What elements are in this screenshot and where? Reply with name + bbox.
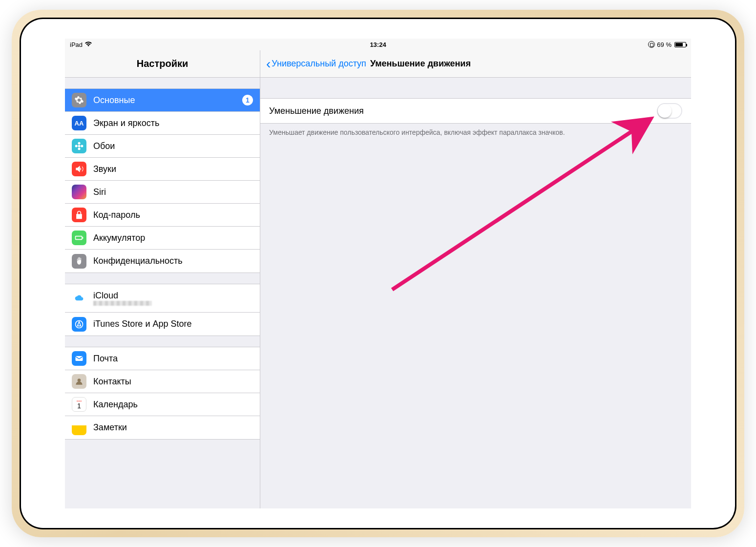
sidebar-item-passcode[interactable]: Код-пароль xyxy=(65,204,260,227)
screen-wrap: iPad 13:24 69 % Настройк xyxy=(21,19,735,528)
battery-icon xyxy=(72,231,86,245)
hand-icon xyxy=(72,254,86,269)
screen: iPad 13:24 69 % Настройк xyxy=(65,39,691,508)
status-time: 13:24 xyxy=(370,41,386,48)
device-label: iPad xyxy=(70,41,83,48)
text-size-icon: AA xyxy=(72,116,86,130)
sidebar-item-label: Обои xyxy=(93,141,253,151)
reduce-motion-row[interactable]: Уменьшение движения xyxy=(260,99,691,123)
sidebar-item-label: Календарь xyxy=(93,400,253,410)
sidebar-item-label: Экран и яркость xyxy=(93,118,253,128)
sidebar-item-icloud[interactable]: iCloud xyxy=(65,284,260,313)
sidebar-item-battery[interactable]: Аккумулятор xyxy=(65,227,260,250)
icloud-account-blurred xyxy=(93,301,152,306)
flower-icon xyxy=(72,139,86,153)
sidebar-item-label: Siri xyxy=(93,187,253,197)
sidebar-item-label: Аккумулятор xyxy=(93,233,253,243)
section-footer: Уменьшает движение пользовательского инт… xyxy=(260,124,691,141)
back-button[interactable]: ‹ Универсальный доступ xyxy=(266,57,366,71)
mail-icon xyxy=(72,351,86,366)
battery-percent: 69 % xyxy=(657,41,672,48)
chevron-left-icon: ‹ xyxy=(266,57,271,71)
notification-badge: 1 xyxy=(242,95,253,105)
detail-pane: ‹ Универсальный доступ Уменьшение движен… xyxy=(260,50,691,508)
sidebar-item-label: Конфиденциальность xyxy=(93,256,253,266)
sidebar-title: Настройки xyxy=(65,50,260,78)
settings-sidebar[interactable]: Настройки Основные 1 AA xyxy=(65,50,260,508)
siri-icon xyxy=(72,185,86,199)
svg-point-9 xyxy=(78,379,81,382)
appstore-icon xyxy=(72,317,86,332)
sidebar-section-apps: Почта Контакты ••••• xyxy=(65,347,260,440)
svg-line-10 xyxy=(392,119,651,290)
ipad-frame: iPad 13:24 69 % Настройк xyxy=(12,10,744,537)
detail-header: ‹ Универсальный доступ Уменьшение движен… xyxy=(260,50,691,78)
reduce-motion-toggle[interactable] xyxy=(657,103,682,119)
sidebar-item-label: iTunes Store и App Store xyxy=(93,319,253,329)
notes-icon xyxy=(72,421,86,435)
sidebar-item-privacy[interactable]: Конфиденциальность xyxy=(65,250,260,273)
sidebar-item-calendar[interactable]: ••••• 1 Календарь xyxy=(65,393,260,416)
svg-rect-6 xyxy=(83,237,84,238)
sidebar-item-notes[interactable]: Заметки xyxy=(65,416,260,439)
sidebar-item-label: Основные xyxy=(93,95,242,105)
row-label: Уменьшение движения xyxy=(269,106,364,116)
sidebar-item-mail[interactable]: Почта xyxy=(65,347,260,370)
page-title: Уменьшение движения xyxy=(370,59,471,69)
svg-point-1 xyxy=(78,142,81,145)
sidebar-item-sounds[interactable]: Звуки xyxy=(65,158,260,181)
sidebar-item-appstore[interactable]: iTunes Store и App Store xyxy=(65,313,260,336)
calendar-icon: ••••• 1 xyxy=(72,397,86,412)
rotation-lock-icon xyxy=(648,41,655,48)
sidebar-item-label: Заметки xyxy=(93,422,253,433)
svg-point-3 xyxy=(75,145,78,147)
sidebar-item-label: Контакты xyxy=(93,377,253,387)
toggle-knob xyxy=(658,104,672,118)
svg-point-4 xyxy=(81,145,83,147)
lock-icon xyxy=(72,208,86,222)
device-inner: iPad 13:24 69 % Настройк xyxy=(20,18,736,529)
status-left: iPad xyxy=(70,41,92,48)
detail-section: Уменьшение движения xyxy=(260,98,691,124)
status-bar: iPad 13:24 69 % xyxy=(65,39,691,50)
status-right: 69 % xyxy=(648,41,686,48)
sidebar-item-siri[interactable]: Siri xyxy=(65,181,260,204)
sidebar-item-display[interactable]: AA Экран и яркость xyxy=(65,112,260,135)
sidebar-item-label: Звуки xyxy=(93,164,253,174)
sidebar-section-general: Основные 1 AA Экран и яркость xyxy=(65,88,260,273)
sidebar-item-label: iCloud xyxy=(93,291,152,301)
svg-rect-5 xyxy=(76,236,82,240)
contacts-icon xyxy=(72,374,86,389)
svg-point-2 xyxy=(78,147,81,150)
sidebar-item-contacts[interactable]: Контакты xyxy=(65,370,260,393)
sidebar-section-account: iCloud iTunes Store и App Store xyxy=(65,284,260,336)
sidebar-item-general[interactable]: Основные 1 xyxy=(65,89,260,112)
wifi-icon xyxy=(84,41,92,48)
cloud-icon xyxy=(72,291,86,306)
speaker-icon xyxy=(72,162,86,176)
sidebar-item-wallpaper[interactable]: Обои xyxy=(65,135,260,158)
svg-point-0 xyxy=(78,145,81,147)
sidebar-item-label: Почта xyxy=(93,354,253,364)
gear-icon xyxy=(72,93,86,107)
back-label: Универсальный доступ xyxy=(272,59,366,69)
sidebar-item-label: Код-пароль xyxy=(93,210,253,220)
battery-icon xyxy=(674,42,686,47)
split-view: Настройки Основные 1 AA xyxy=(65,50,691,508)
